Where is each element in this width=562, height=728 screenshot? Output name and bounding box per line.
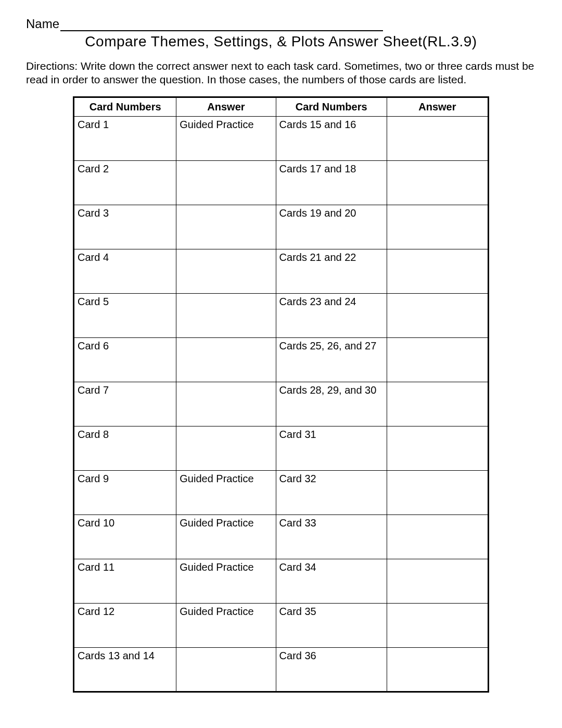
answer-cell-left[interactable] — [176, 337, 276, 382]
answer-cell-right[interactable] — [387, 160, 488, 205]
card-number-cell-right: Card 35 — [276, 603, 387, 647]
card-number-cell-right: Card 36 — [276, 647, 387, 692]
answer-cell-right[interactable] — [387, 470, 488, 514]
card-number-cell-right: Card 34 — [276, 559, 387, 603]
card-number-cell-right: Cards 19 and 20 — [276, 205, 387, 249]
card-number-cell-right: Card 32 — [276, 470, 387, 514]
answer-cell-left[interactable] — [176, 249, 276, 293]
answer-cell-left[interactable] — [176, 426, 276, 470]
answer-cell-right[interactable] — [387, 293, 488, 337]
card-number-cell-left: Card 11 — [74, 559, 176, 603]
card-number-cell-left: Card 5 — [74, 293, 176, 337]
name-input-line[interactable] — [60, 18, 383, 31]
answer-cell-right[interactable] — [387, 514, 488, 559]
table-row: Card 10Guided PracticeCard 33 — [74, 514, 489, 559]
table-row: Card 7Cards 28, 29, and 30 — [74, 382, 489, 426]
table-row: Card 9Guided PracticeCard 32 — [74, 470, 489, 514]
answer-cell-right[interactable] — [387, 382, 488, 426]
answer-cell-right[interactable] — [387, 603, 488, 647]
table-row: Card 8Card 31 — [74, 426, 489, 470]
card-number-cell-right: Cards 21 and 22 — [276, 249, 387, 293]
answer-cell-right[interactable] — [387, 205, 488, 249]
answer-cell-left[interactable]: Guided Practice — [176, 559, 276, 603]
name-label: Name — [26, 17, 59, 31]
header-answer-right: Answer — [387, 97, 488, 116]
answer-cell-right[interactable] — [387, 647, 488, 692]
answer-cell-left[interactable]: Guided Practice — [176, 603, 276, 647]
answer-cell-right[interactable] — [387, 426, 488, 470]
card-number-cell-left: Card 9 — [74, 470, 176, 514]
answer-cell-left[interactable] — [176, 205, 276, 249]
answer-cell-right[interactable] — [387, 116, 488, 160]
answer-cell-right[interactable] — [387, 249, 488, 293]
card-number-cell-left: Card 7 — [74, 382, 176, 426]
card-number-cell-left: Card 8 — [74, 426, 176, 470]
answer-cell-left[interactable]: Guided Practice — [176, 470, 276, 514]
answer-cell-left[interactable]: Guided Practice — [176, 514, 276, 559]
card-number-cell-left: Card 6 — [74, 337, 176, 382]
header-card-numbers-left: Card Numbers — [74, 97, 176, 116]
answer-cell-left[interactable] — [176, 293, 276, 337]
page-title: Compare Themes, Settings, & Plots Answer… — [26, 33, 536, 50]
header-answer-left: Answer — [176, 97, 276, 116]
card-number-cell-right: Cards 23 and 24 — [276, 293, 387, 337]
table-row: Card 12Guided PracticeCard 35 — [74, 603, 489, 647]
table-row: Card 4Cards 21 and 22 — [74, 249, 489, 293]
header-card-numbers-right: Card Numbers — [276, 97, 387, 116]
card-number-cell-left: Card 1 — [74, 116, 176, 160]
answer-cell-right[interactable] — [387, 559, 488, 603]
answer-cell-left[interactable] — [176, 382, 276, 426]
table-row: Card 3Cards 19 and 20 — [74, 205, 489, 249]
answer-sheet-table: Card Numbers Answer Card Numbers Answer … — [73, 96, 489, 693]
card-number-cell-left: Card 10 — [74, 514, 176, 559]
answer-cell-left[interactable] — [176, 160, 276, 205]
card-number-cell-right: Cards 28, 29, and 30 — [276, 382, 387, 426]
table-row: Card 2Cards 17 and 18 — [74, 160, 489, 205]
card-number-cell-left: Cards 13 and 14 — [74, 647, 176, 692]
card-number-cell-right: Cards 17 and 18 — [276, 160, 387, 205]
table-row: Cards 13 and 14Card 36 — [74, 647, 489, 692]
answer-cell-right[interactable] — [387, 337, 488, 382]
card-number-cell-right: Cards 15 and 16 — [276, 116, 387, 160]
answer-cell-left[interactable] — [176, 647, 276, 692]
table-row: Card 6Cards 25, 26, and 27 — [74, 337, 489, 382]
card-number-cell-left: Card 2 — [74, 160, 176, 205]
table-row: Card 1Guided PracticeCards 15 and 16 — [74, 116, 489, 160]
card-number-cell-left: Card 4 — [74, 249, 176, 293]
card-number-cell-right: Cards 25, 26, and 27 — [276, 337, 387, 382]
table-row: Card 11Guided PracticeCard 34 — [74, 559, 489, 603]
card-number-cell-left: Card 12 — [74, 603, 176, 647]
card-number-cell-left: Card 3 — [74, 205, 176, 249]
table-header-row: Card Numbers Answer Card Numbers Answer — [74, 97, 489, 116]
card-number-cell-right: Card 33 — [276, 514, 387, 559]
name-field-row: Name — [26, 17, 536, 31]
card-number-cell-right: Card 31 — [276, 426, 387, 470]
directions-text: Directions: Write down the correct answe… — [26, 59, 536, 87]
table-row: Card 5Cards 23 and 24 — [74, 293, 489, 337]
answer-cell-left[interactable]: Guided Practice — [176, 116, 276, 160]
